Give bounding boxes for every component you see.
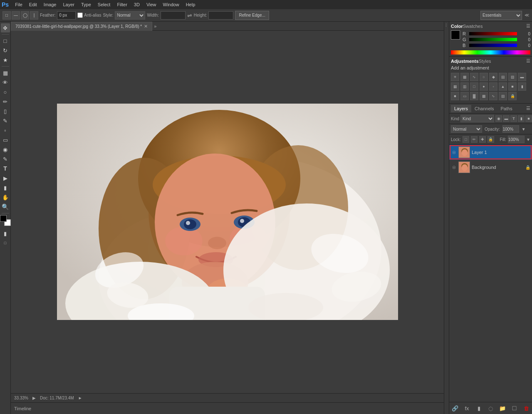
- menu-window[interactable]: Window: [160, 1, 182, 8]
- lock-all-icon[interactable]: 🔒: [487, 136, 494, 143]
- styles-tab[interactable]: Styles: [479, 59, 491, 64]
- layer-item-layer1[interactable]: ☉ Layer 1: [449, 145, 532, 160]
- layers-tab[interactable]: Layers: [451, 105, 471, 112]
- color-panel-menu[interactable]: ☰: [526, 23, 530, 29]
- marquee-single-row-btn[interactable]: ―: [12, 11, 20, 20]
- height-input[interactable]: [208, 11, 233, 20]
- delete-layer-btn[interactable]: 🗑: [522, 404, 530, 412]
- brightness-adj[interactable]: ☀: [451, 73, 459, 81]
- colorlookup-adj[interactable]: □: [470, 82, 478, 91]
- layers-panel-menu-icon[interactable]: ☰: [526, 106, 530, 111]
- hand-tool[interactable]: ✋: [1, 193, 10, 202]
- new-group-btn[interactable]: 📁: [498, 404, 507, 412]
- path-select-tool[interactable]: ▶: [1, 174, 10, 183]
- gradient-adj[interactable]: ▭: [460, 92, 469, 100]
- layer-item-background[interactable]: ☉ Background 🔒: [449, 160, 532, 175]
- lock-pixels-icon[interactable]: □: [463, 136, 469, 143]
- move-tool[interactable]: ✥: [1, 23, 10, 32]
- photofilter-adj[interactable]: ▦: [451, 82, 459, 91]
- exposure-adj[interactable]: ○: [480, 73, 488, 81]
- screen-mode-btn[interactable]: □: [1, 238, 10, 248]
- color-swatches[interactable]: [0, 215, 11, 226]
- foreground-color[interactable]: [0, 215, 7, 222]
- lock-image-icon[interactable]: ✏: [471, 136, 478, 143]
- opacity-input[interactable]: [502, 125, 519, 133]
- menu-help[interactable]: Help: [183, 1, 198, 8]
- paths-tab[interactable]: Paths: [497, 105, 516, 112]
- zoom-tool[interactable]: 🔍: [1, 202, 10, 211]
- tab-close-btn[interactable]: ✕: [144, 24, 148, 29]
- curves2-adj[interactable]: ∿: [489, 92, 497, 100]
- filter-kind-select[interactable]: Kind Name Effect Mode Attribute Color Sm…: [460, 115, 494, 122]
- g-slider[interactable]: [469, 38, 517, 41]
- status-arrow-right[interactable]: ►: [78, 396, 82, 400]
- feather-input[interactable]: [57, 11, 76, 20]
- filter-pixel-icon[interactable]: ◉: [495, 115, 502, 122]
- type-tool[interactable]: T: [1, 164, 10, 173]
- lasso-tool[interactable]: ↻: [1, 46, 10, 55]
- menu-select[interactable]: Select: [95, 1, 114, 8]
- color-tab[interactable]: Color: [451, 24, 463, 29]
- brush-tool[interactable]: ✏: [1, 97, 10, 106]
- huesaturation-adj[interactable]: ▤: [499, 73, 507, 81]
- status-icon[interactable]: ▶: [32, 396, 36, 400]
- color-black-swatch[interactable]: [451, 30, 460, 40]
- workspace-select[interactable]: Essentials Design Photography: [480, 11, 522, 20]
- solidcolor-adj[interactable]: ■: [451, 92, 459, 100]
- pattern-adj[interactable]: ▓: [470, 92, 478, 100]
- filter-smart-icon[interactable]: ■: [525, 115, 532, 122]
- selectivecolor-adj[interactable]: ■: [508, 82, 517, 91]
- invert-adj[interactable]: ●: [480, 82, 488, 91]
- opacity-arrow[interactable]: ▼: [522, 127, 526, 131]
- filter-adj-icon[interactable]: ▬: [503, 115, 510, 122]
- posterize-adj[interactable]: ▫: [489, 82, 497, 91]
- levels-adj[interactable]: ▩: [460, 73, 469, 81]
- eyedropper-tool[interactable]: 👁: [1, 78, 10, 87]
- clone-tool[interactable]: ▯: [1, 107, 10, 116]
- history-brush-tool[interactable]: ✎: [1, 116, 10, 125]
- lock-adj[interactable]: 🔒: [508, 92, 517, 100]
- new-adj-layer-btn[interactable]: ◌: [487, 404, 495, 412]
- healing-tool[interactable]: ○: [1, 87, 10, 97]
- panel-collapse-btn[interactable]: ⋮: [444, 22, 449, 414]
- hue2-adj[interactable]: ▤: [499, 92, 507, 100]
- filter-shape-icon[interactable]: ▮: [518, 115, 525, 122]
- menu-filter[interactable]: Filter: [114, 1, 130, 8]
- fill-input[interactable]: [508, 136, 525, 143]
- gradientmap-adj[interactable]: ▮: [518, 82, 526, 91]
- layer1-visibility-toggle[interactable]: ☉: [451, 149, 457, 155]
- menu-layer[interactable]: Layer: [60, 1, 77, 8]
- workspace-arrows[interactable]: ≪: [525, 12, 530, 18]
- swatches-tab[interactable]: Swatches: [463, 24, 483, 29]
- colorbalance-adj[interactable]: ▧: [508, 73, 517, 81]
- quick-mask-btn[interactable]: ▮: [1, 229, 10, 238]
- marquee-tool[interactable]: □: [1, 36, 10, 45]
- channelmixer-adj[interactable]: ▥: [460, 82, 469, 91]
- refine-edge-btn[interactable]: Refine Edge...: [235, 11, 269, 20]
- adj-panel-menu[interactable]: ☰: [526, 58, 530, 64]
- blend-mode-select[interactable]: Normal Dissolve Multiply Screen: [451, 125, 482, 133]
- anti-alias-checkbox[interactable]: [77, 12, 83, 18]
- collapse-panel-btn[interactable]: »: [154, 24, 156, 29]
- filter-type-icon[interactable]: T: [510, 115, 517, 122]
- adjustments-tab[interactable]: Adjustments: [451, 59, 479, 64]
- b-slider[interactable]: [469, 44, 517, 47]
- document-tab[interactable]: 7039381-cute-little-girl-hd-wallpaper.jp…: [11, 22, 152, 31]
- style-select[interactable]: Normal Fixed Ratio Fixed Size: [115, 11, 145, 20]
- eraser-tool[interactable]: ▫: [1, 126, 10, 135]
- marquee-rect-btn[interactable]: □: [2, 11, 11, 20]
- vibrance-adj[interactable]: ◆: [489, 73, 497, 81]
- blackwhite-adj[interactable]: ▬: [518, 73, 526, 81]
- fill-arrow[interactable]: ▼: [526, 137, 530, 142]
- shape-tool[interactable]: ▮: [1, 183, 10, 192]
- quick-select-tool[interactable]: ★: [1, 55, 10, 64]
- menu-file[interactable]: File: [12, 1, 25, 8]
- channels-tab[interactable]: Channels: [471, 105, 497, 112]
- width-input[interactable]: [161, 11, 186, 20]
- menu-3d[interactable]: 3D: [131, 1, 143, 8]
- levels2-adj[interactable]: ▩: [480, 92, 488, 100]
- lock-position-icon[interactable]: ✚: [479, 136, 486, 143]
- color-spectrum[interactable]: [451, 50, 530, 55]
- new-layer-btn[interactable]: □: [510, 404, 519, 412]
- add-style-btn[interactable]: fx: [463, 404, 471, 412]
